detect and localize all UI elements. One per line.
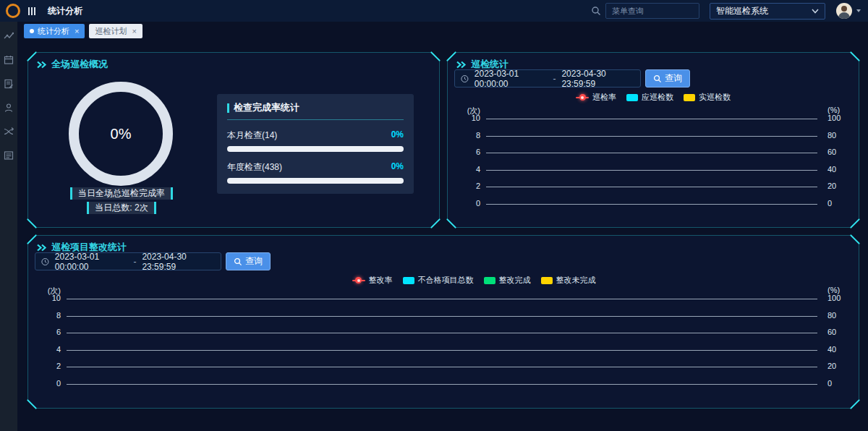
progress-label: 本月检查(14) — [227, 129, 277, 142]
date-separator: - — [133, 257, 136, 267]
double-chevron-icon — [456, 61, 467, 69]
gridline — [486, 187, 817, 187]
progress-row: 本月检查(14) 0% — [227, 129, 404, 152]
system-select[interactable]: 智能巡检系统 — [710, 3, 825, 20]
chevron-down-icon — [812, 9, 819, 14]
avatar[interactable] — [836, 3, 852, 19]
left-axis-tick: 2 — [35, 362, 61, 370]
left-axis-tick: 6 — [454, 148, 480, 156]
donut-total: 当日总数: 2次 — [87, 202, 156, 214]
panel-overview: 全场巡检概况 0% 当日全场总巡检完成率 当日总数: 2次 检查完成率统计 本月… — [27, 52, 440, 228]
legend-line-marker-icon — [576, 97, 589, 98]
gridline — [67, 367, 817, 367]
left-axis-tick: 0 — [454, 199, 480, 208]
gridline — [67, 333, 817, 333]
form-icon[interactable] — [4, 150, 14, 161]
legend-item[interactable]: 巡检率 — [576, 92, 616, 103]
legend-label: 整改未完成 — [556, 275, 596, 286]
legend-item[interactable]: 整改率 — [352, 275, 393, 286]
shuffle-icon[interactable] — [4, 127, 14, 137]
left-axis-tick: 8 — [35, 311, 61, 320]
left-axis-tick: 0 — [35, 379, 61, 388]
legend-square-marker-icon — [541, 277, 553, 284]
legend-item[interactable]: 整改未完成 — [541, 275, 596, 286]
close-icon[interactable]: × — [75, 27, 79, 35]
logo-ring-icon — [6, 4, 20, 18]
calendar-icon[interactable] — [4, 55, 14, 65]
left-axis-tick: 8 — [454, 131, 480, 140]
left-axis-tick: 4 — [454, 165, 480, 174]
gridline — [486, 119, 817, 119]
legend-item[interactable]: 整改完成 — [484, 275, 531, 286]
menu-collapse-icon[interactable] — [28, 7, 35, 15]
active-dot-icon — [30, 29, 34, 33]
double-chevron-icon — [36, 244, 47, 252]
content: 全场巡检概况 0% 当日全场总巡检完成率 当日总数: 2次 检查完成率统计 本月… — [17, 40, 868, 431]
left-axis-tick: 6 — [35, 328, 61, 336]
legend-item[interactable]: 不合格项目总数 — [403, 275, 474, 286]
tab-inspection-plan[interactable]: 巡检计划 × — [89, 24, 142, 38]
analytics-icon[interactable] — [4, 31, 14, 41]
menu-search-input[interactable] — [605, 3, 699, 19]
tab-label: 统计分析 — [38, 26, 69, 37]
legend-label: 实巡检数 — [699, 92, 731, 103]
right-axis-tick: 80 — [823, 311, 852, 320]
date-end: 2023-04-30 23:59:59 — [561, 69, 634, 89]
gridline — [67, 350, 817, 351]
clipboard-icon[interactable] — [4, 79, 14, 89]
search-icon — [234, 257, 242, 266]
query-button[interactable]: 查询 — [226, 252, 271, 270]
legend-label: 应巡检数 — [642, 92, 673, 103]
right-axis-tick: 100 — [823, 114, 852, 122]
date-start: 2023-03-01 00:00:00 — [475, 69, 548, 89]
legend-square-marker-icon — [684, 94, 695, 101]
left-axis-tick: 10 — [454, 114, 480, 122]
double-chevron-icon — [36, 61, 47, 69]
panel-inspection-stats: 巡检统计 2023-03-01 00:00:00 - 2023-04-30 23… — [447, 52, 859, 228]
progress-value: 0% — [391, 129, 404, 142]
app-logo — [6, 4, 20, 18]
progress-value: 0% — [391, 161, 404, 174]
completion-donut: 0% — [69, 82, 173, 186]
date-separator: - — [553, 74, 556, 84]
legend-label: 整改完成 — [499, 275, 531, 286]
legend-label: 不合格项目总数 — [418, 275, 474, 286]
right-axis-tick: 40 — [823, 165, 852, 174]
user-icon[interactable] — [4, 103, 14, 113]
right-axis-tick: 0 — [823, 379, 852, 388]
tab-statistics[interactable]: 统计分析 × — [24, 24, 85, 38]
right-axis-tick: 100 — [823, 294, 852, 302]
query-button[interactable]: 查询 — [645, 69, 690, 88]
chart-legend: 整改率不合格项目总数整改完成整改未完成 — [27, 275, 859, 286]
legend-label: 巡检率 — [592, 92, 616, 103]
legend-item[interactable]: 应巡检数 — [626, 92, 673, 103]
user-menu-caret[interactable] — [856, 9, 861, 12]
top-bar: 统计分析 智能巡检系统 — [0, 0, 868, 22]
gridline — [486, 153, 817, 153]
left-axis-tick: 10 — [35, 294, 61, 302]
date-range-picker[interactable]: 2023-03-01 00:00:00 - 2023-04-30 23:59:5… — [35, 252, 221, 270]
date-start: 2023-03-01 00:00:00 — [55, 252, 128, 272]
gridline — [67, 384, 817, 385]
right-axis-tick: 20 — [823, 362, 852, 370]
left-axis-tick: 2 — [454, 182, 480, 190]
search-icon — [591, 6, 601, 16]
close-icon[interactable]: × — [132, 27, 136, 35]
date-range-picker[interactable]: 2023-03-01 00:00:00 - 2023-04-30 23:59:5… — [454, 69, 641, 88]
chart-legend: 巡检率应巡检数实巡检数 — [447, 92, 859, 103]
gridline — [67, 299, 817, 299]
right-axis-tick: 80 — [823, 131, 852, 140]
legend-item[interactable]: 实巡检数 — [684, 92, 731, 103]
panel-title: 全场巡检概况 — [36, 58, 108, 71]
donut-caption: 当日全场总巡检完成率 — [70, 187, 173, 200]
clock-icon — [461, 74, 469, 83]
clock-icon — [41, 257, 49, 266]
gridline — [486, 170, 817, 171]
breadcrumb: 统计分析 — [48, 5, 82, 17]
inspection-chart: (次)(%)1010088066044022000 — [454, 106, 852, 221]
completion-rate-card: 检查完成率统计 本月检查(14) 0% 年度检查(438) 0% — [217, 94, 414, 194]
rectification-chart: (次)(%)1010088066044022000 — [35, 286, 852, 401]
search-icon — [653, 74, 662, 83]
progress-row: 年度检查(438) 0% — [227, 161, 404, 184]
right-axis-tick: 40 — [823, 345, 852, 354]
